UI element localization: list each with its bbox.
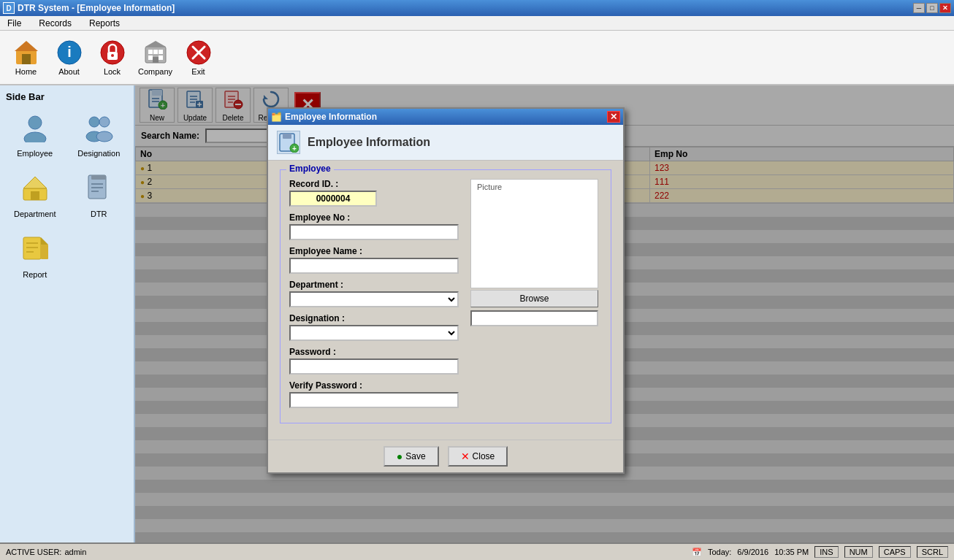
- dialog-close-x-button[interactable]: ✕: [607, 111, 620, 123]
- department-icon: [20, 174, 50, 208]
- menu-reports[interactable]: Reports: [85, 17, 124, 30]
- department-label: Department :: [289, 280, 459, 290]
- minimize-button[interactable]: ─: [913, 3, 925, 13]
- dialog-title-text: Employee Information: [285, 112, 377, 122]
- lock-label: Lock: [104, 67, 121, 76]
- svg-marker-1: [15, 41, 38, 51]
- time-value: 10:35 PM: [774, 548, 809, 556]
- svg-point-22: [99, 117, 110, 127]
- close-icon: ✕: [461, 450, 470, 462]
- sidebar-item-designation[interactable]: Designation: [70, 108, 129, 163]
- filename-input[interactable]: [470, 310, 598, 326]
- sidebar-item-department[interactable]: Department: [6, 169, 64, 223]
- close-label: Close: [473, 451, 495, 461]
- sidebar-report-label: Report: [23, 270, 47, 279]
- exit-label: Exit: [191, 67, 205, 76]
- svg-rect-33: [23, 237, 41, 259]
- employee-no-row: Employee No :: [289, 212, 459, 240]
- date-value: 6/9/2016: [737, 548, 768, 556]
- designation-row: Designation :: [289, 313, 459, 341]
- sidebar-item-dtr[interactable]: DTR: [70, 169, 129, 223]
- status-bar: ACTIVE USER: admin 📅 Today: 6/9/2016 10:…: [0, 542, 954, 560]
- sidebar-item-employee[interactable]: Employee: [6, 108, 64, 163]
- designation-select[interactable]: [289, 325, 459, 341]
- browse-label: Browse: [519, 294, 549, 304]
- employee-group: Employee Record ID. : Employee No :: [280, 169, 611, 423]
- content-area: Side Bar Employee: [0, 85, 954, 542]
- about-icon: i: [56, 39, 83, 66]
- picture-label: Picture: [477, 183, 502, 191]
- verify-password-input[interactable]: [289, 392, 459, 408]
- svg-point-20: [24, 132, 46, 142]
- caps-badge: CAPS: [879, 546, 911, 558]
- svg-marker-26: [23, 177, 47, 188]
- verify-password-row: Verify Password :: [289, 380, 459, 408]
- report-icon: [20, 234, 50, 269]
- save-label: Save: [405, 451, 425, 461]
- username: admin: [64, 548, 86, 556]
- dialog-body: Employee Record ID. : Employee No :: [268, 161, 623, 440]
- scrl-badge: SCRL: [917, 546, 948, 558]
- about-label: About: [58, 67, 80, 76]
- svg-rect-27: [31, 191, 39, 200]
- svg-point-19: [28, 116, 42, 129]
- app-icon: D: [3, 2, 15, 14]
- active-user-label: ACTIVE USER:: [6, 548, 61, 556]
- main-toolbar: Home i About Lock: [0, 31, 954, 85]
- svg-rect-2: [22, 54, 31, 64]
- form-layout: Record ID. : Employee No : Employee Name…: [289, 179, 602, 414]
- svg-text:i: i: [67, 44, 72, 60]
- browse-button[interactable]: Browse: [470, 290, 598, 307]
- employee-no-input[interactable]: [289, 224, 459, 240]
- svg-rect-29: [91, 175, 106, 180]
- dialog-title-icon: 🗂️: [271, 112, 282, 122]
- company-button[interactable]: Company: [135, 34, 175, 81]
- main-area: + New: [135, 85, 954, 542]
- svg-point-7: [111, 54, 114, 57]
- svg-point-21: [89, 117, 99, 127]
- employee-name-label: Employee Name :: [289, 246, 459, 256]
- employee-name-input[interactable]: [289, 258, 459, 274]
- exit-button[interactable]: Exit: [178, 34, 218, 81]
- maximize-button[interactable]: □: [926, 3, 938, 13]
- svg-rect-9: [148, 50, 153, 54]
- svg-marker-15: [145, 41, 166, 47]
- svg-rect-13: [159, 55, 163, 60]
- lock-button[interactable]: Lock: [92, 34, 132, 81]
- form-left: Record ID. : Employee No : Employee Name…: [289, 179, 459, 414]
- home-button[interactable]: Home: [6, 34, 46, 81]
- svg-rect-60: [283, 134, 291, 139]
- password-row: Password :: [289, 347, 459, 375]
- svg-rect-14: [153, 57, 159, 63]
- department-row: Department :: [289, 280, 459, 307]
- menu-records[interactable]: Records: [34, 17, 76, 30]
- close-button[interactable]: ✕: [939, 3, 951, 13]
- home-label: Home: [15, 67, 37, 76]
- form-right: Picture Browse: [470, 179, 602, 414]
- ins-badge: INS: [814, 546, 838, 558]
- sidebar-title: Side Bar: [6, 91, 128, 102]
- title-bar: D DTR System - [Employee Information] ─ …: [0, 0, 954, 16]
- password-label: Password :: [289, 347, 459, 357]
- verify-password-label: Verify Password :: [289, 380, 459, 391]
- exit-icon: [186, 39, 212, 66]
- calendar-icon: 📅: [692, 548, 702, 557]
- record-id-input[interactable]: [289, 191, 377, 207]
- department-select[interactable]: [289, 291, 459, 307]
- dialog-header: + Employee Information: [268, 125, 623, 161]
- svg-marker-34: [41, 237, 48, 245]
- about-button[interactable]: i About: [49, 34, 89, 81]
- svg-rect-35: [41, 245, 48, 259]
- menu-file[interactable]: File: [3, 17, 26, 30]
- save-button[interactable]: ● Save: [383, 446, 439, 467]
- svg-text:+: +: [292, 145, 297, 153]
- dialog-footer: ● Save ✕ Close: [268, 440, 623, 472]
- password-input[interactable]: [289, 358, 459, 375]
- close-button[interactable]: ✕ Close: [448, 446, 508, 467]
- dialog-header-title: Employee Information: [308, 136, 430, 149]
- dtr-icon: [84, 174, 113, 208]
- employee-name-row: Employee Name :: [289, 246, 459, 274]
- sidebar-item-report[interactable]: Report: [6, 229, 64, 284]
- employee-dialog: 🗂️ Employee Information ✕ +: [267, 107, 625, 474]
- dialog-title-bar: 🗂️ Employee Information ✕: [268, 109, 623, 125]
